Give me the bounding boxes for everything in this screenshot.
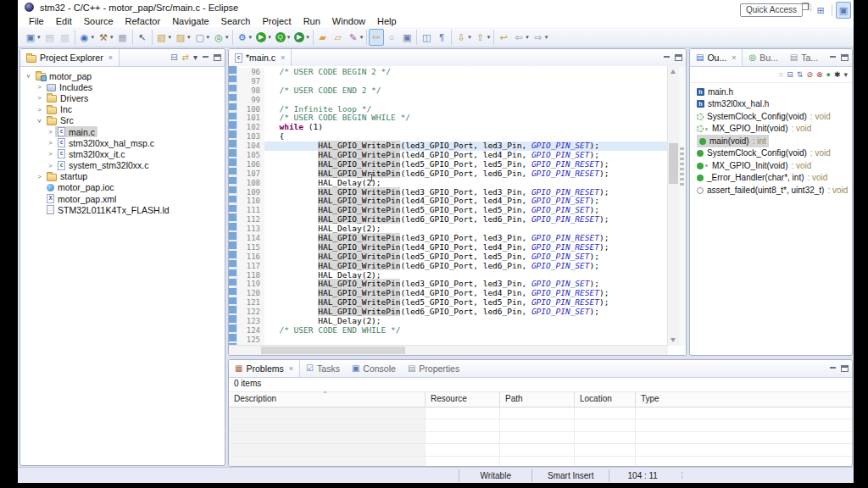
link-with-editor-icon[interactable]: ○ (779, 69, 783, 80)
hide-non-public-icon[interactable]: ● (826, 69, 830, 80)
menu-file[interactable]: File (23, 16, 50, 26)
tree-item-drivers[interactable]: >Drivers (20, 92, 225, 103)
code-line-96[interactable]: 96 /* USER CODE BEGIN 2 */ (237, 68, 668, 77)
dropdown-caret-icon[interactable]: ▾ (306, 34, 309, 41)
occurrence-mark[interactable] (680, 147, 684, 150)
chevron-right-icon[interactable]: > (46, 128, 55, 136)
occurrence-mark[interactable] (680, 168, 684, 170)
hide-static-icon[interactable]: ⊗ (816, 69, 823, 80)
run-button[interactable]: ▶▾ (253, 29, 273, 46)
quick-access-box[interactable]: Quick Access (740, 3, 803, 17)
previous-annotation-button[interactable]: ⇧▾ (473, 29, 492, 46)
filter-icon[interactable]: ✱ (834, 69, 841, 80)
column-header-resource[interactable]: Resource (426, 392, 500, 407)
view-menu-icon[interactable]: ▾ (843, 69, 848, 80)
back-button[interactable]: ⇦▾ (511, 29, 531, 46)
next-annotation-button[interactable]: ⇩▾ (453, 29, 473, 46)
code-line-124[interactable]: 124 /* USER CODE END WHILE */ (237, 326, 668, 336)
selection-tool-button[interactable]: ↖ (135, 29, 150, 46)
menu-edit[interactable]: Edit (50, 16, 78, 26)
code-line-125[interactable]: 125 (237, 336, 668, 345)
outline-item-main-h[interactable]: hmain.h (690, 86, 852, 98)
chevron-right-icon[interactable]: > (46, 150, 55, 158)
dropdown-caret-icon[interactable]: ▾ (207, 34, 210, 41)
link-with-editor-icon[interactable]: ⇄ (182, 53, 189, 63)
forward-button[interactable]: ⇨▾ (531, 29, 550, 46)
outline-item-mx-gpio-init-void[interactable]: sMX_GPIO_Init(void) : void (690, 123, 852, 136)
tree-item-startup[interactable]: >startup (20, 171, 225, 182)
code-editor[interactable]: 96 /* USER CODE BEGIN 2 */9798 /* USER C… (229, 66, 686, 355)
tab-bu[interactable]: ◎Bu... (743, 49, 783, 66)
maximize-icon[interactable] (841, 365, 849, 372)
maximize-icon[interactable] (675, 54, 682, 61)
outline-item-systemclock-config-void[interactable]: SystemClock_Config(void) : void (690, 110, 852, 123)
column-header-location[interactable]: Location (575, 392, 636, 407)
open-project-button[interactable]: ▰ (315, 29, 331, 46)
last-edit-location-button[interactable]: ↩ (496, 29, 511, 46)
close-icon[interactable]: × (281, 53, 285, 62)
table-row[interactable] (229, 419, 852, 431)
open-perspective-button[interactable]: ⊞ (813, 2, 828, 19)
menu-window[interactable]: Window (326, 16, 371, 26)
collapse-all-icon[interactable]: ⊟ (170, 53, 177, 63)
tree-item-src[interactable]: >Src (20, 115, 225, 126)
chevron-right-icon[interactable]: > (46, 162, 55, 169)
maximize-icon[interactable] (214, 54, 221, 61)
dropdown-caret-icon[interactable]: ▾ (268, 34, 271, 41)
cpp-perspective-button[interactable]: ▣ (836, 2, 851, 19)
chevron-down-icon[interactable]: > (25, 71, 32, 80)
occurrence-mark[interactable] (680, 158, 684, 160)
table-row[interactable] (229, 408, 852, 419)
tab-tasks[interactable]: ☑Tasks (300, 360, 346, 377)
menu-search[interactable]: Search (215, 16, 257, 26)
scrollbar-thumb[interactable] (669, 143, 678, 184)
collapse-all-icon[interactable]: ⊟ (787, 69, 793, 80)
show-derived-button[interactable]: ○ (384, 29, 399, 46)
minimize-icon[interactable] (829, 54, 837, 62)
profile-button[interactable]: Q▾ (273, 29, 292, 46)
column-header-type[interactable]: Type (636, 392, 852, 407)
dropdown-caret-icon[interactable]: ▾ (225, 34, 229, 41)
dropdown-caret-icon[interactable]: ▾ (487, 34, 491, 41)
chevron-right-icon[interactable]: > (46, 139, 55, 147)
tab-ou[interactable]: ▤Ou...× (690, 49, 743, 66)
dropdown-caret-icon[interactable]: ▾ (37, 34, 41, 41)
minimize-icon[interactable] (202, 54, 209, 62)
external-tools-button[interactable]: ▶▾ (292, 29, 311, 46)
menu-refactor[interactable]: Refactor (120, 16, 167, 26)
new-cpp-project-button[interactable]: ▨▾ (173, 29, 192, 46)
search-button[interactable]: ✎▾ (346, 29, 365, 46)
chevron-right-icon[interactable]: > (35, 106, 44, 114)
menu-project[interactable]: Project (256, 16, 297, 26)
column-header-path[interactable]: Path (500, 392, 575, 407)
hscrollbar-thumb[interactable] (261, 347, 405, 354)
dropdown-caret-icon[interactable]: ▾ (110, 34, 114, 41)
dropdown-caret-icon[interactable]: ▾ (169, 34, 172, 41)
code-line-102[interactable]: 102 while (1) (237, 123, 668, 132)
column-header-description[interactable]: Description⌃ (229, 392, 426, 407)
chevron-right-icon[interactable]: > (35, 83, 44, 91)
flash-download-button[interactable]: ◉▾ (77, 29, 97, 46)
table-row[interactable] (229, 444, 852, 456)
outline-item-mx-gpio-init-void[interactable]: sMX_GPIO_Init(void) : void (690, 159, 852, 172)
table-row[interactable] (229, 432, 852, 444)
minimize-icon[interactable] (829, 365, 837, 373)
new-wizard-button[interactable]: ▣▾ (23, 29, 42, 46)
tree-item-system-stm32l0xx-c[interactable]: >csystem_stm32l0xx.c (20, 160, 225, 171)
dropdown-caret-icon[interactable]: ▾ (249, 34, 253, 41)
build-button[interactable]: ⚒▾ (96, 29, 115, 46)
tree-item-motor-pap[interactable]: >motor_pap (20, 70, 225, 81)
close-icon[interactable]: × (108, 53, 113, 62)
dropdown-caret-icon[interactable]: ▾ (526, 34, 529, 41)
chevron-down-icon[interactable]: > (36, 116, 43, 125)
tree-item-includes[interactable]: >Includes (20, 81, 225, 92)
tree-item-main-c[interactable]: >cmain.c (20, 126, 225, 137)
tab-properties[interactable]: ▤Properties (402, 360, 465, 377)
maximize-icon[interactable] (841, 54, 849, 61)
block-selection-button[interactable]: ◫ (419, 29, 434, 46)
tab-ta[interactable]: ▤Ta... (784, 49, 824, 66)
close-icon[interactable]: × (289, 364, 293, 373)
tab-project-explorer[interactable]: Project Explorer × (20, 49, 120, 66)
debug-button[interactable]: ⚙▾ (235, 29, 254, 46)
occurrence-mark[interactable] (680, 173, 684, 175)
